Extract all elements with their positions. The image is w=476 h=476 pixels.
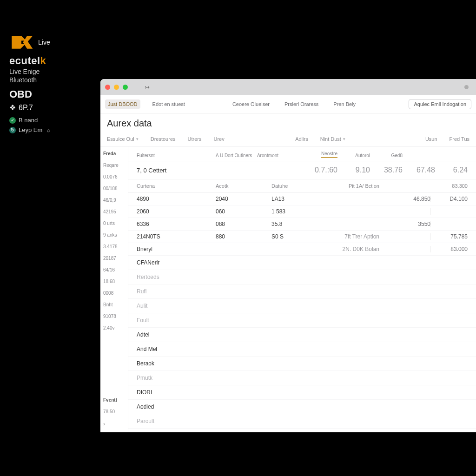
toolbar-btn-1[interactable]: Edot en stuest bbox=[150, 99, 188, 109]
tab-5[interactable]: Nint Dust▾ bbox=[320, 136, 345, 142]
sidebar-row[interactable]: 20187 bbox=[103, 256, 125, 261]
sidebar-row[interactable]: 0 urts bbox=[103, 221, 125, 226]
metric-col-1[interactable]: Autorol bbox=[337, 153, 370, 158]
sidebar-row[interactable]: 2.40v bbox=[103, 325, 125, 331]
cell: 46.850 bbox=[379, 196, 430, 202]
tab-label: Nint Dust bbox=[320, 136, 341, 142]
titlebar: ↣ bbox=[100, 79, 476, 95]
sidebar-row[interactable]: 42195 bbox=[103, 209, 125, 214]
brand-prefix: ecutel bbox=[9, 55, 40, 66]
sidebar-footer: Fventt bbox=[103, 394, 125, 403]
stat-value: 6P.7 bbox=[19, 104, 33, 112]
section-item[interactable]: Paroult bbox=[128, 414, 476, 429]
metric-col-2[interactable]: Ged8 bbox=[370, 153, 403, 158]
section-item[interactable]: Boct bbox=[128, 429, 476, 432]
device-list-item-1[interactable]: ↻ Leyp Em ⌕ bbox=[9, 126, 93, 133]
col-label: Pit 1A/ Bction bbox=[327, 183, 379, 189]
sidebar-row[interactable]: 0008 bbox=[103, 291, 125, 296]
section-item[interactable]: And Mel bbox=[128, 342, 476, 357]
tab-2[interactable]: Utrers bbox=[188, 136, 202, 142]
summary-value: 6.24 bbox=[435, 166, 468, 174]
device-list-label: B nand bbox=[19, 117, 38, 124]
tab-7[interactable]: Fred Tus bbox=[450, 136, 469, 142]
cell: D4.100 bbox=[430, 196, 468, 202]
cell bbox=[271, 246, 327, 252]
sidebar-row[interactable]: 0.0076 bbox=[103, 174, 125, 179]
toolbar-btn-3[interactable]: Prsierl Oraress bbox=[282, 99, 321, 109]
sidebar-row[interactable]: Reqare bbox=[103, 163, 125, 168]
sidebar-row[interactable]: 00/188 bbox=[103, 186, 125, 191]
col-sub: Neostre bbox=[321, 151, 337, 158]
search-icon[interactable]: ⌕ bbox=[47, 127, 50, 133]
toolbar-btn-0[interactable]: Just DBOOD bbox=[105, 99, 140, 109]
col-label: Acotk bbox=[216, 183, 271, 189]
table-row[interactable]: 6336 088 35.8 3550 bbox=[128, 218, 476, 231]
cell bbox=[430, 208, 468, 215]
cell: 1 583 bbox=[271, 208, 327, 215]
brand-suffix: k bbox=[40, 55, 46, 66]
section-item[interactable]: Foult bbox=[128, 313, 476, 328]
flame-icon: ❖ bbox=[9, 103, 16, 112]
section-item[interactable]: DIORI bbox=[128, 385, 476, 400]
zoom-icon[interactable] bbox=[123, 85, 128, 90]
section-item[interactable]: Aulit bbox=[128, 299, 476, 313]
chevron-down-icon: ▾ bbox=[136, 137, 139, 141]
table-row[interactable]: 214N0TS 880 S0 S 7ft Trer Aption 75.785 bbox=[128, 231, 476, 243]
sidebar-row[interactable]: 91078 bbox=[103, 314, 125, 319]
tab-4[interactable]: Adlirs bbox=[295, 136, 308, 142]
sidebar-row[interactable]: 64/16 bbox=[103, 267, 125, 272]
tab-label: Urev bbox=[213, 136, 224, 142]
sidebar-row[interactable]: Bnht bbox=[103, 302, 125, 307]
cell: 2060 bbox=[137, 208, 216, 215]
minimize-icon[interactable] bbox=[114, 85, 119, 90]
main-pane: Fuitersnt A U Dort Outiners Arontmont Ne… bbox=[128, 146, 476, 432]
section-item[interactable]: CFANerir bbox=[128, 256, 476, 270]
obd-label: OBD bbox=[9, 88, 93, 100]
table-row[interactable]: Bneryl 2N. D0K Bolan 83.000 bbox=[128, 243, 476, 256]
sidebar-row[interactable]: 18.68 bbox=[103, 279, 125, 284]
section-item[interactable]: Pmutk bbox=[128, 371, 476, 385]
chevron-down-icon: ▾ bbox=[343, 137, 345, 141]
section-item[interactable]: Aodied bbox=[128, 400, 476, 414]
sidebar-row[interactable]: 9 anks bbox=[103, 232, 125, 238]
toolbar-btn-2[interactable]: Ceoere Oiuelser bbox=[230, 99, 272, 109]
cell: LA13 bbox=[271, 196, 327, 202]
live-tag: Live bbox=[38, 39, 50, 46]
cell: 880 bbox=[216, 233, 271, 240]
summary-value: 9.10 bbox=[337, 166, 370, 174]
table-row[interactable]: 4890 2040 LA13 46.850 D4.100 bbox=[128, 193, 476, 205]
cell: 2N. D0K Bolan bbox=[327, 246, 379, 252]
sidebar-row[interactable]: 46/0,9 bbox=[103, 198, 125, 203]
device-list-item-0[interactable]: ✓ B nand bbox=[9, 117, 93, 124]
sidebar-row[interactable]: 3.4178 bbox=[103, 244, 125, 249]
back-icon[interactable]: ↣ bbox=[145, 84, 150, 91]
toolbar-btn-4[interactable]: Pren Bely bbox=[331, 99, 358, 109]
device-list-label: Leyp Em bbox=[19, 126, 42, 133]
tab-1[interactable]: Drestoures bbox=[151, 136, 176, 142]
app-window: ↣ Just DBOOD Edot en stuest Ceoere Oiuel… bbox=[100, 79, 476, 432]
section-item[interactable]: Adtel bbox=[128, 328, 476, 342]
section-item[interactable]: Rertoeds bbox=[128, 270, 476, 284]
chevron-right-icon[interactable]: › bbox=[103, 421, 125, 427]
close-icon[interactable] bbox=[105, 85, 110, 90]
tab-label: Utrers bbox=[188, 136, 202, 142]
stat-row: ❖ 6P.7 bbox=[9, 103, 93, 112]
tab-0[interactable]: Essuice Oul▾ bbox=[107, 136, 139, 142]
tab-3[interactable]: Urev bbox=[213, 136, 224, 142]
tab-6[interactable]: Usun bbox=[425, 136, 437, 142]
cell: 214N0TS bbox=[137, 233, 216, 240]
col-sub: A U Dort Outiners bbox=[216, 153, 252, 158]
cell: 83.000 bbox=[430, 246, 468, 252]
section-item[interactable]: Beraok bbox=[128, 357, 476, 371]
summary-row: 7, 0 Cettert 0.7.:60 9.10 38.76 67.48 6.… bbox=[128, 161, 476, 179]
metric-col-0[interactable]: Neostre bbox=[305, 151, 337, 158]
cell: 2040 bbox=[216, 196, 271, 202]
col-sub: Arontmont bbox=[257, 153, 278, 158]
table-row[interactable]: 2060 060 1 583 bbox=[128, 205, 476, 218]
cell bbox=[327, 221, 379, 227]
cell bbox=[379, 246, 430, 252]
cell: 4890 bbox=[137, 196, 216, 202]
section-item[interactable]: Rufl bbox=[128, 284, 476, 299]
tab-row: Essuice Oul▾ Drestoures Utrers Urev Adli… bbox=[100, 132, 476, 146]
toolbar-action-button[interactable]: Aqulec Emil Indogation bbox=[409, 99, 471, 109]
